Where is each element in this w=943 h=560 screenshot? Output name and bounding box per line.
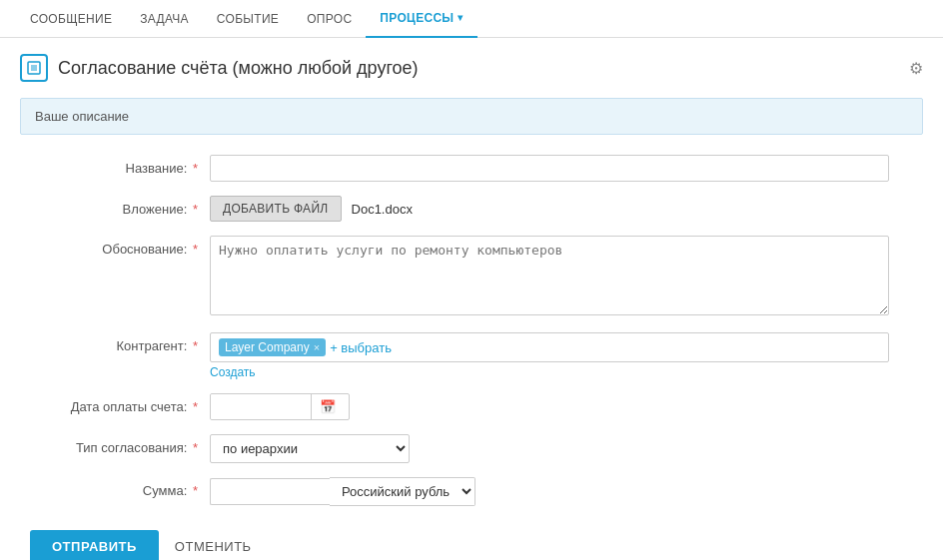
counterpart-tag: Layer Company × [219, 338, 326, 356]
description-box: Ваше описание [20, 98, 923, 135]
attachment-required: * [193, 202, 198, 217]
nav-event[interactable]: СОБЫТИЕ [203, 0, 293, 38]
date-row: Дата оплаты счета: * 11.05.2020 📅 [30, 393, 913, 420]
date-control: 11.05.2020 📅 [210, 393, 889, 420]
counterpart-outer: Layer Company × + выбрать Создать [210, 332, 889, 379]
name-control: Оплата Ремонтных услуг [210, 155, 889, 182]
name-input[interactable]: Оплата Ремонтных услуг [210, 155, 889, 182]
sum-input-row: 100 000 Российский рубль Доллар США Евро [210, 477, 889, 506]
approval-type-label: Тип согласования: * [30, 434, 210, 455]
name-label: Название: * [30, 155, 210, 176]
sum-input[interactable]: 100 000 [210, 478, 330, 505]
counterpart-required: * [193, 338, 198, 353]
justification-control [210, 236, 889, 318]
counterpart-row: Контрагент: * Layer Company × + выбрать … [30, 332, 913, 379]
svg-rect-1 [31, 65, 37, 71]
calendar-icon[interactable]: 📅 [311, 394, 344, 419]
counterpart-label: Контрагент: * [30, 332, 210, 353]
justification-required: * [193, 242, 198, 257]
nav-message[interactable]: СООБЩЕНИЕ [16, 0, 126, 38]
approval-type-row: Тип согласования: * по иерархии параллел… [30, 434, 913, 463]
sum-label: Сумма: * [30, 477, 210, 498]
page-title: Согласование счёта (можно любой другое) [58, 58, 419, 79]
page-header: Согласование счёта (можно любой другое) … [20, 54, 923, 82]
justification-row: Обоснование: * [30, 236, 913, 318]
settings-button[interactable]: ⚙ [909, 59, 923, 78]
date-field: 11.05.2020 📅 [210, 393, 350, 420]
attachment-control: ДОБАВИТЬ ФАЙЛ Doc1.docx [210, 196, 889, 222]
file-name: Doc1.docx [352, 202, 413, 217]
justification-textarea[interactable] [210, 236, 889, 315]
cancel-button[interactable]: ОТМЕНИТЬ [175, 539, 252, 554]
form-section: Название: * Оплата Ремонтных услуг Вложе… [20, 155, 923, 506]
approval-type-select[interactable]: по иерархии параллельное последовательно… [210, 434, 410, 463]
attachment-label: Вложение: * [30, 196, 210, 217]
choose-counterpart-button[interactable]: + выбрать [330, 340, 392, 355]
file-row: ДОБАВИТЬ ФАЙЛ Doc1.docx [210, 196, 889, 222]
page-container: Согласование счёта (можно любой другое) … [0, 38, 943, 560]
type-required: * [193, 440, 198, 455]
add-file-button[interactable]: ДОБАВИТЬ ФАЙЛ [210, 196, 342, 222]
actions-row: ОТПРАВИТЬ ОТМЕНИТЬ [20, 530, 923, 560]
top-navigation: СООБЩЕНИЕ ЗАДАЧА СОБЫТИЕ ОПРОС ПРОЦЕССЫ … [0, 0, 943, 38]
process-icon [20, 54, 48, 82]
date-required: * [193, 399, 198, 414]
date-input[interactable]: 11.05.2020 [211, 394, 311, 419]
nav-task[interactable]: ЗАДАЧА [126, 0, 203, 38]
counterpart-field[interactable]: Layer Company × + выбрать [210, 332, 889, 362]
approval-type-control: по иерархии параллельное последовательно… [210, 434, 889, 463]
name-row: Название: * Оплата Ремонтных услуг [30, 155, 913, 182]
sum-control: 100 000 Российский рубль Доллар США Евро [210, 477, 889, 506]
date-label: Дата оплаты счета: * [30, 393, 210, 414]
justification-label: Обоснование: * [30, 236, 210, 257]
sum-row: Сумма: * 100 000 Российский рубль Доллар… [30, 477, 913, 506]
page-title-row: Согласование счёта (можно любой другое) [20, 54, 419, 82]
sum-required: * [193, 483, 198, 498]
create-counterpart-link[interactable]: Создать [210, 365, 889, 379]
nav-poll[interactable]: ОПРОС [293, 0, 366, 38]
tag-close-icon[interactable]: × [314, 341, 320, 353]
name-required: * [193, 161, 198, 176]
attachment-row: Вложение: * ДОБАВИТЬ ФАЙЛ Doc1.docx [30, 196, 913, 222]
chevron-down-icon: ▾ [458, 12, 463, 23]
description-text: Ваше описание [35, 109, 129, 124]
nav-processes[interactable]: ПРОЦЕССЫ ▾ [366, 0, 476, 38]
submit-button[interactable]: ОТПРАВИТЬ [30, 530, 159, 560]
currency-select[interactable]: Российский рубль Доллар США Евро [330, 477, 475, 506]
